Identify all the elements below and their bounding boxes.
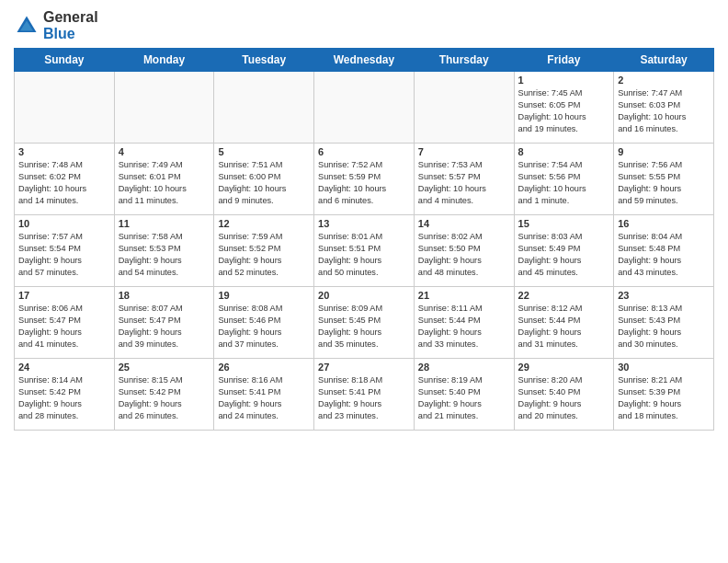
day-number: 24: [18, 362, 110, 373]
weekday-header-row: SundayMondayTuesdayWednesdayThursdayFrid…: [15, 49, 714, 72]
calendar-cell: 13Sunrise: 8:01 AMSunset: 5:51 PMDayligh…: [314, 215, 415, 287]
day-number: 23: [618, 290, 710, 301]
weekday-header-sunday: Sunday: [15, 49, 115, 72]
logo: General Blue: [14, 9, 98, 42]
header: General Blue: [14, 9, 714, 42]
weekday-header-thursday: Thursday: [414, 49, 514, 72]
calendar-week-3: 10Sunrise: 7:57 AMSunset: 5:54 PMDayligh…: [15, 215, 714, 287]
day-number: 11: [119, 218, 210, 229]
calendar-week-5: 24Sunrise: 8:14 AMSunset: 5:42 PMDayligh…: [15, 359, 714, 431]
day-info: Sunrise: 8:14 AMSunset: 5:42 PMDaylight:…: [18, 374, 110, 422]
day-info: Sunrise: 8:18 AMSunset: 5:41 PMDaylight:…: [318, 374, 410, 422]
day-info: Sunrise: 8:03 AMSunset: 5:49 PMDaylight:…: [518, 231, 610, 279]
day-number: 2: [618, 75, 710, 86]
day-number: 18: [119, 290, 210, 301]
day-info: Sunrise: 8:09 AMSunset: 5:45 PMDaylight:…: [318, 303, 410, 350]
day-number: 21: [418, 290, 510, 301]
calendar-cell: 14Sunrise: 8:02 AMSunset: 5:50 PMDayligh…: [414, 215, 514, 287]
calendar-cell: 10Sunrise: 7:57 AMSunset: 5:54 PMDayligh…: [15, 215, 115, 287]
logo-icon: [14, 13, 40, 39]
calendar-cell: [414, 72, 514, 144]
calendar-cell: [214, 72, 314, 144]
calendar-week-1: 1Sunrise: 7:45 AMSunset: 6:05 PMDaylight…: [15, 72, 714, 144]
day-info: Sunrise: 8:15 AMSunset: 5:42 PMDaylight:…: [119, 374, 210, 422]
day-number: 7: [418, 146, 510, 157]
calendar-cell: 18Sunrise: 8:07 AMSunset: 5:47 PMDayligh…: [114, 287, 214, 359]
calendar-cell: 29Sunrise: 8:20 AMSunset: 5:40 PMDayligh…: [514, 359, 614, 431]
weekday-header-tuesday: Tuesday: [214, 49, 314, 72]
day-info: Sunrise: 8:01 AMSunset: 5:51 PMDaylight:…: [318, 231, 410, 279]
calendar-week-2: 3Sunrise: 7:48 AMSunset: 6:02 PMDaylight…: [15, 144, 714, 215]
calendar-cell: 1Sunrise: 7:45 AMSunset: 6:05 PMDaylight…: [514, 72, 614, 144]
day-info: Sunrise: 8:02 AMSunset: 5:50 PMDaylight:…: [418, 231, 510, 279]
day-info: Sunrise: 8:19 AMSunset: 5:40 PMDaylight:…: [418, 374, 510, 422]
day-number: 5: [218, 146, 310, 157]
day-number: 30: [618, 362, 710, 373]
calendar-cell: 19Sunrise: 8:08 AMSunset: 5:46 PMDayligh…: [214, 287, 314, 359]
day-number: 26: [218, 362, 310, 373]
weekday-header-monday: Monday: [114, 49, 214, 72]
day-number: 4: [119, 146, 210, 157]
day-number: 1: [518, 75, 610, 86]
day-number: 14: [418, 218, 510, 229]
day-number: 20: [318, 290, 410, 301]
calendar-cell: 9Sunrise: 7:56 AMSunset: 5:55 PMDaylight…: [614, 144, 714, 215]
day-number: 9: [618, 146, 710, 157]
calendar-cell: 17Sunrise: 8:06 AMSunset: 5:47 PMDayligh…: [15, 287, 115, 359]
day-info: Sunrise: 8:13 AMSunset: 5:43 PMDaylight:…: [618, 303, 710, 350]
day-info: Sunrise: 7:49 AMSunset: 6:01 PMDaylight:…: [119, 159, 210, 207]
day-info: Sunrise: 8:07 AMSunset: 5:47 PMDaylight:…: [119, 303, 210, 350]
day-info: Sunrise: 7:56 AMSunset: 5:55 PMDaylight:…: [618, 159, 710, 207]
day-info: Sunrise: 7:54 AMSunset: 5:56 PMDaylight:…: [518, 159, 610, 207]
day-number: 3: [18, 146, 110, 157]
calendar-cell: 15Sunrise: 8:03 AMSunset: 5:49 PMDayligh…: [514, 215, 614, 287]
calendar-cell: 21Sunrise: 8:11 AMSunset: 5:44 PMDayligh…: [414, 287, 514, 359]
day-info: Sunrise: 8:04 AMSunset: 5:48 PMDaylight:…: [618, 231, 710, 279]
day-info: Sunrise: 8:16 AMSunset: 5:41 PMDaylight:…: [218, 374, 310, 422]
day-number: 29: [518, 362, 610, 373]
day-info: Sunrise: 7:51 AMSunset: 6:00 PMDaylight:…: [218, 159, 310, 207]
calendar-cell: 16Sunrise: 8:04 AMSunset: 5:48 PMDayligh…: [614, 215, 714, 287]
day-info: Sunrise: 8:12 AMSunset: 5:44 PMDaylight:…: [518, 303, 610, 350]
day-info: Sunrise: 7:57 AMSunset: 5:54 PMDaylight:…: [18, 231, 110, 279]
day-number: 22: [518, 290, 610, 301]
day-info: Sunrise: 8:21 AMSunset: 5:39 PMDaylight:…: [618, 374, 710, 422]
day-number: 10: [18, 218, 110, 229]
calendar-cell: 5Sunrise: 7:51 AMSunset: 6:00 PMDaylight…: [214, 144, 314, 215]
calendar-cell: 27Sunrise: 8:18 AMSunset: 5:41 PMDayligh…: [314, 359, 415, 431]
page-container: General Blue SundayMondayTuesdayWednesda…: [0, 0, 728, 440]
weekday-header-friday: Friday: [514, 49, 614, 72]
day-info: Sunrise: 7:47 AMSunset: 6:03 PMDaylight:…: [618, 87, 710, 135]
calendar-cell: 7Sunrise: 7:53 AMSunset: 5:57 PMDaylight…: [414, 144, 514, 215]
day-number: 6: [318, 146, 410, 157]
weekday-header-saturday: Saturday: [614, 49, 714, 72]
day-number: 16: [618, 218, 710, 229]
calendar-cell: 8Sunrise: 7:54 AMSunset: 5:56 PMDaylight…: [514, 144, 614, 215]
day-info: Sunrise: 8:20 AMSunset: 5:40 PMDaylight:…: [518, 374, 610, 422]
calendar-cell: 22Sunrise: 8:12 AMSunset: 5:44 PMDayligh…: [514, 287, 614, 359]
calendar-cell: 24Sunrise: 8:14 AMSunset: 5:42 PMDayligh…: [15, 359, 115, 431]
day-number: 15: [518, 218, 610, 229]
calendar-cell: 6Sunrise: 7:52 AMSunset: 5:59 PMDaylight…: [314, 144, 415, 215]
calendar-cell: [314, 72, 415, 144]
day-info: Sunrise: 7:48 AMSunset: 6:02 PMDaylight:…: [18, 159, 110, 207]
calendar-cell: 4Sunrise: 7:49 AMSunset: 6:01 PMDaylight…: [114, 144, 214, 215]
day-info: Sunrise: 8:06 AMSunset: 5:47 PMDaylight:…: [18, 303, 110, 350]
weekday-header-wednesday: Wednesday: [314, 49, 415, 72]
calendar-cell: 30Sunrise: 8:21 AMSunset: 5:39 PMDayligh…: [614, 359, 714, 431]
day-number: 12: [218, 218, 310, 229]
day-number: 19: [218, 290, 310, 301]
day-number: 13: [318, 218, 410, 229]
calendar-cell: [114, 72, 214, 144]
calendar-table: SundayMondayTuesdayWednesdayThursdayFrid…: [14, 48, 714, 431]
day-info: Sunrise: 7:45 AMSunset: 6:05 PMDaylight:…: [518, 87, 610, 135]
day-number: 17: [18, 290, 110, 301]
day-number: 27: [318, 362, 410, 373]
calendar-cell: 20Sunrise: 8:09 AMSunset: 5:45 PMDayligh…: [314, 287, 415, 359]
calendar-cell: [15, 72, 115, 144]
calendar-cell: 11Sunrise: 7:58 AMSunset: 5:53 PMDayligh…: [114, 215, 214, 287]
day-info: Sunrise: 8:11 AMSunset: 5:44 PMDaylight:…: [418, 303, 510, 350]
day-number: 28: [418, 362, 510, 373]
calendar-cell: 25Sunrise: 8:15 AMSunset: 5:42 PMDayligh…: [114, 359, 214, 431]
calendar-cell: 23Sunrise: 8:13 AMSunset: 5:43 PMDayligh…: [614, 287, 714, 359]
